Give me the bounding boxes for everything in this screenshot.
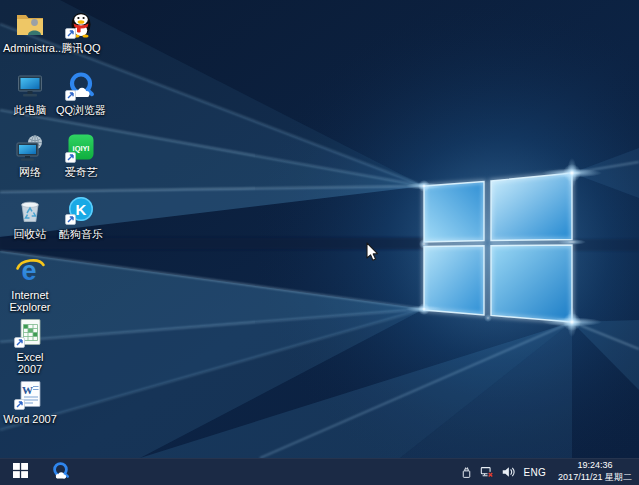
desktop[interactable]: Administra... <box>0 0 639 458</box>
usb-icon[interactable] <box>460 466 473 479</box>
desktop-icon-iqiyi[interactable]: iQIYI 爱奇艺 <box>54 130 108 178</box>
icon-label: Excel 2007 <box>3 351 57 376</box>
shortcut-arrow-overlay <box>15 400 25 410</box>
language-indicator[interactable]: ENG <box>522 467 549 478</box>
desktop-icon-tencent-qq[interactable]: 腾讯QQ <box>54 6 108 54</box>
excel-2007-icon <box>13 315 47 349</box>
desktop-icon-qq-browser[interactable]: QQ浏览器 <box>54 68 108 116</box>
taskbar-clock[interactable]: 19:24:36 2017/11/21 星期二 <box>555 460 632 483</box>
shortcut-arrow-overlay <box>66 29 76 39</box>
kugou-music-icon: K <box>64 192 98 226</box>
icon-label: 爱奇艺 <box>65 166 98 178</box>
shortcut-arrow-overlay <box>66 153 76 163</box>
icon-label: Administra... <box>3 42 57 54</box>
recycle-bin-icon <box>13 192 47 226</box>
shortcut-arrow-overlay <box>15 338 25 348</box>
icon-label: 腾讯QQ <box>61 42 100 54</box>
windows-desktop-screen: Administra... <box>0 0 639 485</box>
icon-label: Internet Explorer <box>3 289 57 314</box>
desktop-icon-network[interactable]: 网络 <box>3 130 57 178</box>
clock-date: 2017/11/21 星期二 <box>558 472 632 484</box>
qq-browser-icon <box>50 460 71 485</box>
desktop-icon-administrator[interactable]: Administra... <box>3 6 57 54</box>
shortcut-arrow-overlay <box>66 215 76 225</box>
icon-label: Word 2007 <box>3 413 57 425</box>
network-icon <box>13 130 47 164</box>
system-tray: ENG 19:24:36 2017/11/21 星期二 <box>460 459 639 485</box>
icon-label: 回收站 <box>14 228 47 240</box>
icon-label: 酷狗音乐 <box>59 228 103 240</box>
network-disconnected-icon[interactable] <box>480 465 494 479</box>
desktop-icon-word-2007[interactable]: W Word 2007 <box>3 377 57 425</box>
tencent-qq-icon <box>64 6 98 40</box>
volume-icon[interactable] <box>501 465 515 479</box>
svg-text:iQIYI: iQIYI <box>73 144 90 153</box>
icon-label: QQ浏览器 <box>56 104 106 116</box>
internet-explorer-icon: e <box>13 253 47 287</box>
start-button[interactable] <box>0 459 40 485</box>
clock-time: 19:24:36 <box>558 460 632 472</box>
desktop-icon-this-pc[interactable]: 此电脑 <box>3 68 57 116</box>
svg-text:K: K <box>76 201 87 218</box>
svg-text:W: W <box>22 384 33 396</box>
icon-label: 此电脑 <box>14 104 47 116</box>
taskbar: ENG 19:24:36 2017/11/21 星期二 <box>0 458 639 485</box>
qq-browser-icon <box>64 68 98 102</box>
icon-label: 网络 <box>19 166 41 178</box>
this-pc-icon <box>13 68 47 102</box>
iqiyi-icon: iQIYI <box>64 130 98 164</box>
qq-browser-task-button[interactable] <box>40 459 80 485</box>
windows-logo-icon <box>13 463 28 482</box>
shortcut-arrow-overlay <box>66 91 76 101</box>
desktop-icon-recycle-bin[interactable]: 回收站 <box>3 192 57 240</box>
word-2007-icon: W <box>13 377 47 411</box>
desktop-icon-excel-2007[interactable]: Excel 2007 <box>3 315 57 376</box>
desktop-icon-kugou-music[interactable]: K 酷狗音乐 <box>54 192 108 240</box>
desktop-icon-internet-explorer[interactable]: e Internet Explorer <box>3 253 57 314</box>
administrator-folder-icon <box>13 6 47 40</box>
